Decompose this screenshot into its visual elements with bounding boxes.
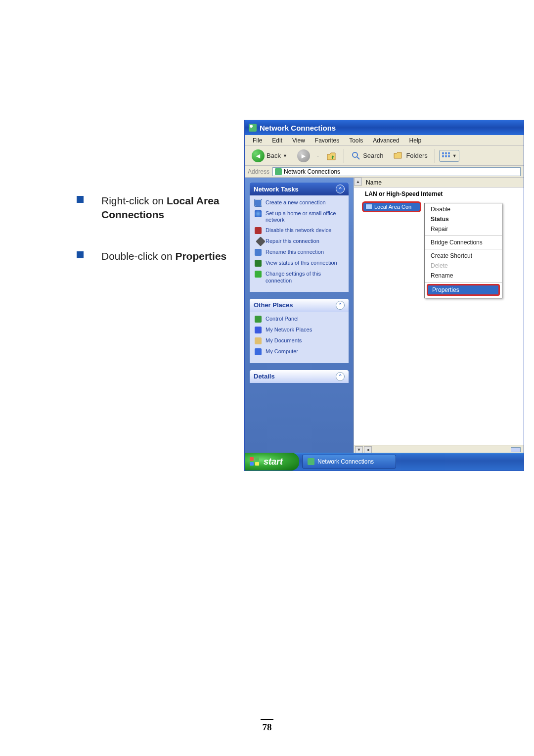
windows-flag-icon bbox=[250, 457, 260, 466]
place-label: My Documents bbox=[266, 337, 302, 344]
scroll-up-button[interactable]: ▲ bbox=[354, 178, 362, 186]
column-header[interactable]: Name bbox=[354, 178, 524, 188]
scroll-left-button[interactable]: ◄ bbox=[364, 446, 372, 453]
home-network-icon bbox=[255, 210, 262, 217]
context-menu-shortcut[interactable]: Create Shortcut bbox=[425, 251, 502, 261]
network-connections-icon bbox=[308, 458, 314, 465]
instruction-item: Double-click on Properties bbox=[77, 249, 230, 263]
panel-title: Details bbox=[254, 373, 275, 380]
task-item[interactable]: Create a new connection bbox=[255, 199, 344, 206]
menu-edit[interactable]: Edit bbox=[267, 136, 287, 145]
chevron-up-icon[interactable]: ⌃ bbox=[336, 372, 345, 381]
panel-title: Other Places bbox=[254, 301, 293, 309]
instruction-list: Right-click on Local Area Connections Do… bbox=[77, 194, 230, 290]
scroll-thumb[interactable] bbox=[511, 447, 521, 452]
views-button[interactable]: ▼ bbox=[439, 150, 459, 162]
separator bbox=[435, 149, 435, 163]
svg-point-0 bbox=[353, 152, 357, 157]
search-button[interactable]: Search bbox=[348, 150, 386, 162]
taskbar-app-network-connections[interactable]: Network Connections bbox=[302, 455, 396, 469]
dropdown-arrow-icon: ▼ bbox=[452, 153, 457, 158]
task-label: Set up a home or small office network bbox=[266, 210, 344, 223]
address-input[interactable]: Network Connections bbox=[272, 167, 521, 176]
network-connections-window: Network Connections File Edit View Favor… bbox=[244, 120, 524, 471]
menu-advanced[interactable]: Advanced bbox=[368, 136, 404, 145]
menu-help[interactable]: Help bbox=[404, 136, 427, 145]
place-item[interactable]: My Documents bbox=[255, 337, 344, 344]
context-menu-delete: Delete bbox=[425, 261, 502, 271]
task-item[interactable]: Disable this network device bbox=[255, 227, 344, 234]
forward-button[interactable]: ► bbox=[294, 148, 313, 163]
svg-line-1 bbox=[357, 157, 359, 159]
folder-up-icon bbox=[326, 150, 337, 161]
bullet-square-icon bbox=[77, 251, 84, 258]
local-area-connection-item[interactable]: Local Area Con bbox=[362, 201, 421, 212]
page-number: 78 bbox=[0, 719, 534, 733]
menu-view[interactable]: View bbox=[287, 136, 310, 145]
context-menu-disable[interactable]: Disable bbox=[425, 204, 502, 214]
task-pane: Network Tasks ⌃ Create a new connection … bbox=[245, 178, 354, 454]
context-menu-bridge[interactable]: Bridge Connections bbox=[425, 237, 502, 247]
taskbar: start Network Connections bbox=[245, 453, 524, 471]
back-button[interactable]: ◄ Back ▼ bbox=[249, 148, 290, 163]
context-menu-repair[interactable]: Repair bbox=[425, 224, 502, 234]
taskbar-app-label: Network Connections bbox=[317, 458, 374, 465]
menu-file[interactable]: File bbox=[248, 136, 267, 145]
place-item[interactable]: My Network Places bbox=[255, 327, 344, 333]
scroll-down-button[interactable]: ▼ bbox=[355, 446, 363, 453]
menu-favorites[interactable]: Favorites bbox=[310, 136, 344, 145]
settings-icon bbox=[255, 271, 262, 278]
rename-icon bbox=[255, 249, 262, 256]
svg-rect-4 bbox=[448, 152, 450, 154]
chevron-up-icon[interactable]: ⌃ bbox=[336, 185, 345, 193]
address-value: Network Connections bbox=[284, 168, 340, 175]
window-title: Network Connections bbox=[260, 124, 336, 132]
up-button[interactable] bbox=[323, 149, 340, 162]
chevron-up-icon[interactable]: ⌃ bbox=[336, 301, 345, 310]
repair-icon bbox=[256, 236, 266, 246]
instruction-text: Right-click on bbox=[101, 195, 167, 206]
folders-icon bbox=[393, 151, 404, 161]
context-menu-rename[interactable]: Rename bbox=[425, 271, 502, 281]
svg-rect-7 bbox=[448, 155, 450, 157]
task-item[interactable]: Rename this connection bbox=[255, 249, 344, 256]
content-area[interactable]: ▲ Name LAN or High-Speed Internet Local … bbox=[354, 178, 524, 454]
start-label: start bbox=[264, 457, 283, 467]
task-item[interactable]: Change settings of this connection bbox=[255, 271, 344, 284]
context-menu-status[interactable]: Status bbox=[425, 214, 502, 224]
network-places-icon bbox=[255, 327, 262, 333]
panel-header[interactable]: Network Tasks ⌃ bbox=[250, 183, 349, 195]
details-panel: Details ⌃ bbox=[250, 370, 349, 383]
control-panel-icon bbox=[255, 316, 262, 323]
separator bbox=[344, 149, 344, 163]
menu-tools[interactable]: Tools bbox=[344, 136, 368, 145]
task-item[interactable]: Repair this connection bbox=[255, 238, 344, 245]
svg-rect-2 bbox=[442, 152, 444, 154]
place-item[interactable]: My Computer bbox=[255, 348, 344, 355]
task-item[interactable]: Set up a home or small office network bbox=[255, 210, 344, 223]
bullet-square-icon bbox=[77, 196, 84, 203]
back-arrow-icon: ◄ bbox=[252, 149, 265, 162]
svg-rect-3 bbox=[445, 152, 447, 154]
other-places-panel: Other Places ⌃ Control Panel My Network … bbox=[250, 299, 349, 363]
menu-separator bbox=[425, 236, 502, 236]
start-button[interactable]: start bbox=[245, 453, 299, 471]
dropdown-arrow-icon: ▼ bbox=[283, 153, 287, 158]
column-name-label: Name bbox=[366, 179, 382, 186]
my-computer-icon bbox=[255, 348, 262, 355]
documents-icon bbox=[255, 337, 262, 344]
menu-separator bbox=[425, 249, 502, 249]
connection-label: Local Area Con bbox=[374, 204, 411, 210]
folders-button[interactable]: Folders bbox=[390, 150, 430, 162]
window-titlebar[interactable]: Network Connections bbox=[245, 120, 524, 135]
panel-header[interactable]: Other Places ⌃ bbox=[250, 299, 349, 312]
status-icon bbox=[255, 260, 262, 267]
panel-header[interactable]: Details ⌃ bbox=[250, 370, 349, 383]
context-menu-properties[interactable]: Properties bbox=[427, 284, 500, 296]
address-label: Address bbox=[248, 168, 269, 175]
place-item[interactable]: Control Panel bbox=[255, 316, 344, 323]
back-label: Back bbox=[267, 152, 281, 159]
toolbar-separator-text: - bbox=[317, 152, 319, 159]
category-header: LAN or High-Speed Internet bbox=[354, 188, 524, 200]
task-item[interactable]: View status of this connection bbox=[255, 260, 344, 267]
